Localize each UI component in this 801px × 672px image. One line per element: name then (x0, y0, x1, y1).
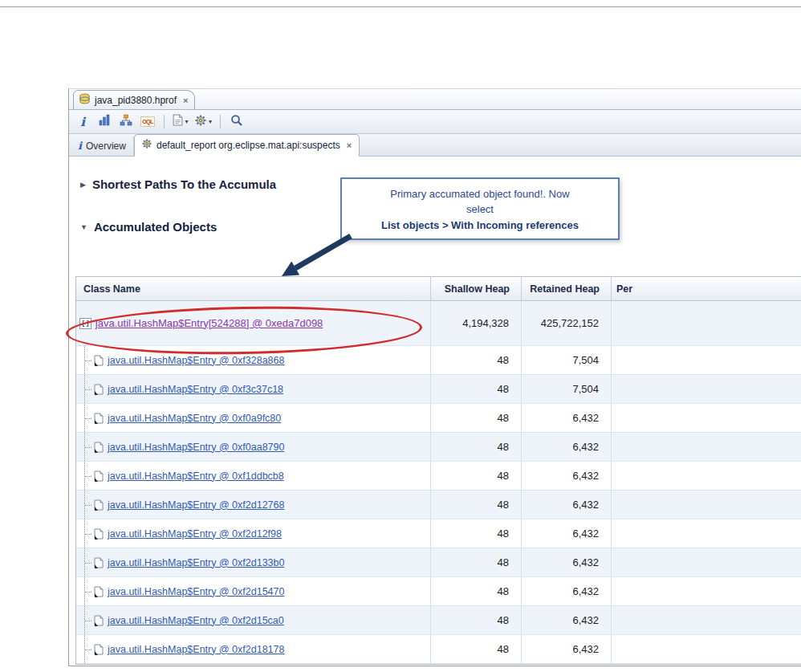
class-name-link[interactable]: java.util.HashMap$Entry @ 0xf2d133b0 (108, 557, 284, 568)
class-name-cell: java.util.HashMap$Entry @ 0xf2d12768 (76, 491, 431, 519)
percentage-cell (612, 346, 801, 374)
table-header-row: Class Name Shallow Heap Retained Heap Pe… (76, 277, 801, 301)
array-object-icon: [] (79, 318, 91, 329)
toolbar-separator (164, 115, 165, 128)
shallow-heap-cell: 48 (431, 404, 522, 432)
class-name-link[interactable]: java.util.HashMap$Entry @ 0xf0a9fc80 (108, 413, 281, 424)
object-page-icon (93, 470, 104, 482)
tree-connector (79, 375, 92, 403)
chevron-down-icon: ▾ (185, 118, 188, 125)
retained-heap-cell: 6,432 (522, 519, 612, 548)
object-page-icon (93, 499, 104, 511)
table-row: java.util.HashMap$Entry @ 0xf2d18178 48 … (76, 635, 801, 664)
section-title: Shortest Paths To the Accumula (92, 177, 276, 191)
table-row: [] java.util.HashMap$Entry[524288] @ 0xe… (76, 301, 801, 346)
class-name-cell: java.util.HashMap$Entry @ 0xf2d133b0 (76, 548, 431, 576)
class-name-link[interactable]: java.util.HashMap$Entry @ 0xf1ddbcb8 (108, 470, 284, 482)
table-row: java.util.HashMap$Entry @ 0xf328a868 48 … (76, 346, 801, 375)
search-button[interactable] (229, 113, 245, 131)
editor-tab-hprof[interactable]: java_pid3880.hprof × (73, 90, 195, 109)
column-header-class-name[interactable]: Class Name (76, 277, 431, 300)
report-dropdown-button[interactable]: ▾ (173, 113, 189, 131)
tree-connector (79, 346, 92, 374)
shallow-heap-cell: 48 (431, 375, 522, 403)
retained-heap-cell: 7,504 (522, 346, 612, 374)
shallow-heap-cell: 48 (431, 606, 522, 634)
retained-heap-cell: 6,432 (522, 404, 612, 432)
view-tab-bar: i Overview default_report org.eclipse.ma… (69, 134, 801, 157)
table-row: java.util.HashMap$Entry @ 0xf3c37c18 48 … (76, 375, 801, 404)
histogram-button[interactable] (96, 113, 112, 131)
callout-tooltip: Primary accumated object found!. Now sel… (340, 177, 620, 240)
table-row: java.util.HashMap$Entry @ 0xf0a9fc80 48 … (76, 404, 801, 433)
class-name-cell: java.util.HashMap$Entry @ 0xf2d12f98 (76, 519, 431, 548)
tree-connector (79, 519, 92, 548)
tree-connector (79, 548, 92, 576)
shallow-heap-cell: 48 (431, 491, 522, 519)
class-name-cell: java.util.HashMap$Entry @ 0xf2d15ca0 (76, 606, 431, 634)
class-name-cell: java.util.HashMap$Entry @ 0xf2d18178 (76, 635, 431, 663)
percentage-cell (612, 548, 801, 576)
twistie-collapsed-icon[interactable]: ▶ (80, 181, 86, 189)
tree-connector (79, 491, 92, 519)
twistie-expanded-icon[interactable]: ▼ (80, 223, 87, 231)
percentage-cell (612, 519, 801, 548)
table-row: java.util.HashMap$Entry @ 0xf2d15470 48 … (76, 577, 801, 606)
retained-heap-cell: 425,722,152 (522, 301, 612, 345)
column-header-shallow-heap[interactable]: Shallow Heap (431, 277, 522, 300)
query-browser-dropdown-button[interactable]: ▾ (194, 113, 212, 131)
section-title: Accumulated Objects (94, 220, 217, 234)
table-row: java.util.HashMap$Entry @ 0xf2d133b0 48 … (76, 548, 801, 577)
percentage-cell (612, 577, 801, 605)
shallow-heap-cell: 4,194,328 (431, 301, 522, 345)
class-name-link[interactable]: java.util.HashMap$Entry @ 0xf2d18178 (108, 644, 284, 655)
tree-connector (79, 635, 92, 663)
class-name-link[interactable]: java.util.HashMap$Entry[524288] @ 0xeda7… (96, 316, 323, 332)
oql-button[interactable]: OQL (140, 113, 156, 131)
percentage-cell (612, 433, 801, 461)
retained-heap-cell: 7,504 (522, 375, 612, 403)
dominator-tree-button[interactable] (118, 113, 134, 131)
class-name-link[interactable]: java.util.HashMap$Entry @ 0xf0aa8790 (108, 442, 284, 453)
class-name-link[interactable]: java.util.HashMap$Entry @ 0xf328a868 (108, 355, 284, 366)
retained-heap-cell: 6,432 (522, 491, 612, 519)
report-gear-icon (141, 138, 152, 152)
shallow-heap-cell: 48 (431, 346, 522, 374)
retained-heap-cell: 6,432 (522, 606, 612, 634)
table-row: java.util.HashMap$Entry @ 0xf2d12f98 48 … (76, 519, 801, 548)
class-name-link[interactable]: java.util.HashMap$Entry @ 0xf2d12768 (108, 499, 284, 511)
editor-tab-label: java_pid3880.hprof (95, 95, 177, 106)
tab-suspects[interactable]: default_report org.eclipse.mat.api:suspe… (134, 134, 360, 157)
close-icon[interactable]: × (183, 96, 188, 105)
info-button[interactable]: i (75, 113, 91, 131)
close-icon[interactable]: × (347, 141, 352, 150)
shallow-heap-cell: 48 (431, 548, 522, 576)
tab-overview[interactable]: i Overview (71, 136, 134, 156)
info-icon: i (80, 115, 85, 129)
heap-dump-icon (79, 93, 91, 108)
shallow-heap-cell: 48 (431, 433, 522, 461)
shallow-heap-cell: 48 (431, 577, 522, 605)
percentage-cell (612, 404, 801, 432)
object-page-icon (93, 643, 104, 655)
object-page-icon (93, 614, 104, 626)
tree-connector (79, 404, 92, 432)
table-body: [] java.util.HashMap$Entry[524288] @ 0xe… (76, 301, 801, 664)
retained-heap-cell: 6,432 (522, 462, 612, 490)
column-header-retained-heap[interactable]: Retained Heap (522, 277, 612, 300)
retained-heap-cell: 6,432 (522, 577, 612, 605)
object-page-icon (93, 354, 104, 366)
class-name-link[interactable]: java.util.HashMap$Entry @ 0xf2d12f98 (108, 528, 282, 540)
object-page-icon (93, 527, 104, 540)
mat-editor-window: java_pid3880.hprof × i (68, 88, 801, 666)
search-icon (230, 114, 243, 130)
class-name-link[interactable]: java.util.HashMap$Entry @ 0xf2d15470 (108, 586, 284, 597)
histogram-icon (98, 114, 111, 130)
retained-heap-cell: 6,432 (522, 433, 612, 461)
gear-icon (194, 114, 207, 130)
class-name-link[interactable]: java.util.HashMap$Entry @ 0xf3c37c18 (108, 384, 283, 395)
table-row: java.util.HashMap$Entry @ 0xf2d15ca0 48 … (76, 606, 801, 635)
column-header-percentage[interactable]: Per (612, 277, 801, 300)
chevron-down-icon: ▾ (209, 118, 212, 125)
class-name-link[interactable]: java.util.HashMap$Entry @ 0xf2d15ca0 (108, 615, 284, 626)
